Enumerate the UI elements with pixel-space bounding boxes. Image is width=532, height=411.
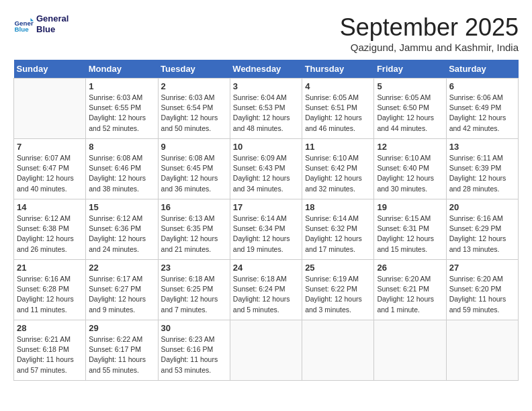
day-info: Sunrise: 6:05 AM Sunset: 6:51 PM Dayligh… [305, 93, 371, 134]
calendar-cell: 29Sunrise: 6:22 AM Sunset: 6:17 PM Dayli… [86, 320, 158, 381]
calendar-cell: 19Sunrise: 6:15 AM Sunset: 6:31 PM Dayli… [374, 199, 446, 260]
day-number: 28 [17, 323, 83, 333]
calendar-cell: 30Sunrise: 6:23 AM Sunset: 6:16 PM Dayli… [158, 320, 230, 381]
calendar-cell: 7Sunrise: 6:07 AM Sunset: 6:47 PM Daylig… [14, 139, 86, 199]
day-info: Sunrise: 6:22 AM Sunset: 6:17 PM Dayligh… [89, 334, 154, 375]
calendar-week-row: 7Sunrise: 6:07 AM Sunset: 6:47 PM Daylig… [14, 139, 519, 199]
day-info: Sunrise: 6:05 AM Sunset: 6:50 PM Dayligh… [377, 93, 443, 134]
day-info: Sunrise: 6:16 AM Sunset: 6:29 PM Dayligh… [449, 214, 515, 255]
svg-text:Blue: Blue [15, 25, 30, 32]
calendar-week-row: 21Sunrise: 6:16 AM Sunset: 6:28 PM Dayli… [14, 260, 519, 320]
calendar-cell: 26Sunrise: 6:20 AM Sunset: 6:21 PM Dayli… [374, 260, 446, 320]
day-info: Sunrise: 6:11 AM Sunset: 6:39 PM Dayligh… [449, 153, 515, 194]
calendar-cell: 13Sunrise: 6:11 AM Sunset: 6:39 PM Dayli… [446, 139, 518, 199]
day-info: Sunrise: 6:17 AM Sunset: 6:27 PM Dayligh… [89, 274, 154, 315]
day-number: 6 [449, 81, 515, 91]
day-info: Sunrise: 6:10 AM Sunset: 6:42 PM Dayligh… [305, 153, 371, 194]
title-area: September 2025 Qazigund, Jammu and Kashm… [340, 13, 519, 53]
calendar-cell: 14Sunrise: 6:12 AM Sunset: 6:38 PM Dayli… [14, 199, 86, 260]
day-number: 26 [377, 263, 443, 273]
day-info: Sunrise: 6:08 AM Sunset: 6:45 PM Dayligh… [161, 153, 227, 194]
day-info: Sunrise: 6:12 AM Sunset: 6:38 PM Dayligh… [17, 214, 83, 255]
day-info: Sunrise: 6:09 AM Sunset: 6:43 PM Dayligh… [233, 153, 299, 194]
day-number: 24 [233, 263, 299, 273]
day-number: 29 [89, 323, 154, 333]
calendar-week-row: 14Sunrise: 6:12 AM Sunset: 6:38 PM Dayli… [14, 199, 519, 260]
logo: General Blue General Blue [13, 13, 69, 34]
logo-icon: General Blue [13, 14, 34, 34]
calendar-cell: 18Sunrise: 6:14 AM Sunset: 6:32 PM Dayli… [302, 199, 374, 260]
day-info: Sunrise: 6:19 AM Sunset: 6:22 PM Dayligh… [305, 274, 371, 315]
calendar-cell: 4Sunrise: 6:05 AM Sunset: 6:51 PM Daylig… [302, 79, 374, 139]
calendar-body: 1Sunrise: 6:03 AM Sunset: 6:55 PM Daylig… [14, 79, 519, 381]
calendar-cell: 16Sunrise: 6:13 AM Sunset: 6:35 PM Dayli… [158, 199, 230, 260]
calendar-table: SundayMondayTuesdayWednesdayThursdayFrid… [13, 60, 519, 381]
weekday-header: Friday [374, 60, 446, 79]
day-info: Sunrise: 6:23 AM Sunset: 6:16 PM Dayligh… [161, 334, 227, 375]
calendar-cell: 12Sunrise: 6:10 AM Sunset: 6:40 PM Dayli… [374, 139, 446, 199]
calendar-cell: 23Sunrise: 6:18 AM Sunset: 6:25 PM Dayli… [158, 260, 230, 320]
day-info: Sunrise: 6:15 AM Sunset: 6:31 PM Dayligh… [377, 214, 443, 255]
calendar-week-row: 28Sunrise: 6:21 AM Sunset: 6:18 PM Dayli… [14, 320, 519, 381]
day-info: Sunrise: 6:16 AM Sunset: 6:28 PM Dayligh… [17, 274, 83, 315]
day-number: 4 [305, 81, 371, 91]
day-info: Sunrise: 6:18 AM Sunset: 6:24 PM Dayligh… [233, 274, 299, 315]
day-number: 10 [233, 142, 299, 152]
day-info: Sunrise: 6:14 AM Sunset: 6:34 PM Dayligh… [233, 214, 299, 255]
day-info: Sunrise: 6:20 AM Sunset: 6:21 PM Dayligh… [377, 274, 443, 315]
day-number: 2 [161, 81, 227, 91]
weekday-header: Wednesday [230, 60, 302, 79]
day-info: Sunrise: 6:04 AM Sunset: 6:53 PM Dayligh… [233, 93, 299, 134]
day-info: Sunrise: 6:21 AM Sunset: 6:18 PM Dayligh… [17, 334, 83, 375]
day-info: Sunrise: 6:18 AM Sunset: 6:25 PM Dayligh… [161, 274, 227, 315]
calendar-cell: 1Sunrise: 6:03 AM Sunset: 6:55 PM Daylig… [86, 79, 158, 139]
calendar-cell: 5Sunrise: 6:05 AM Sunset: 6:50 PM Daylig… [374, 79, 446, 139]
day-number: 8 [89, 142, 154, 152]
day-info: Sunrise: 6:03 AM Sunset: 6:54 PM Dayligh… [161, 93, 227, 134]
day-number: 17 [233, 202, 299, 212]
day-number: 30 [161, 323, 227, 333]
calendar-cell: 9Sunrise: 6:08 AM Sunset: 6:45 PM Daylig… [158, 139, 230, 199]
calendar-cell: 24Sunrise: 6:18 AM Sunset: 6:24 PM Dayli… [230, 260, 302, 320]
location-subtitle: Qazigund, Jammu and Kashmir, India [340, 42, 519, 53]
calendar-cell: 11Sunrise: 6:10 AM Sunset: 6:42 PM Dayli… [302, 139, 374, 199]
day-number: 16 [161, 202, 227, 212]
calendar-header: SundayMondayTuesdayWednesdayThursdayFrid… [14, 60, 519, 79]
calendar-cell: 8Sunrise: 6:08 AM Sunset: 6:46 PM Daylig… [86, 139, 158, 199]
day-info: Sunrise: 6:14 AM Sunset: 6:32 PM Dayligh… [305, 214, 371, 255]
calendar-cell: 10Sunrise: 6:09 AM Sunset: 6:43 PM Dayli… [230, 139, 302, 199]
weekday-header: Saturday [446, 60, 518, 79]
day-number: 21 [17, 263, 83, 273]
day-number: 18 [305, 202, 371, 212]
day-number: 3 [233, 81, 299, 91]
calendar-cell [374, 320, 446, 381]
calendar-week-row: 1Sunrise: 6:03 AM Sunset: 6:55 PM Daylig… [14, 79, 519, 139]
calendar-cell [14, 79, 86, 139]
calendar-cell: 17Sunrise: 6:14 AM Sunset: 6:34 PM Dayli… [230, 199, 302, 260]
calendar-cell: 22Sunrise: 6:17 AM Sunset: 6:27 PM Dayli… [86, 260, 158, 320]
calendar-cell: 20Sunrise: 6:16 AM Sunset: 6:29 PM Dayli… [446, 199, 518, 260]
day-info: Sunrise: 6:07 AM Sunset: 6:47 PM Dayligh… [17, 153, 83, 194]
weekday-header: Thursday [302, 60, 374, 79]
day-number: 20 [449, 202, 515, 212]
calendar-cell [446, 320, 518, 381]
calendar-cell: 28Sunrise: 6:21 AM Sunset: 6:18 PM Dayli… [14, 320, 86, 381]
calendar-cell: 6Sunrise: 6:06 AM Sunset: 6:49 PM Daylig… [446, 79, 518, 139]
calendar-cell: 3Sunrise: 6:04 AM Sunset: 6:53 PM Daylig… [230, 79, 302, 139]
day-number: 7 [17, 142, 83, 152]
calendar-cell: 21Sunrise: 6:16 AM Sunset: 6:28 PM Dayli… [14, 260, 86, 320]
logo-line2: Blue [36, 24, 69, 35]
day-number: 27 [449, 263, 515, 273]
calendar-cell [230, 320, 302, 381]
logo-text: General Blue [36, 13, 69, 34]
day-number: 9 [161, 142, 227, 152]
day-number: 14 [17, 202, 83, 212]
day-info: Sunrise: 6:12 AM Sunset: 6:36 PM Dayligh… [89, 214, 154, 255]
day-number: 25 [305, 263, 371, 273]
day-number: 1 [89, 81, 154, 91]
calendar-cell: 15Sunrise: 6:12 AM Sunset: 6:36 PM Dayli… [86, 199, 158, 260]
calendar-cell: 2Sunrise: 6:03 AM Sunset: 6:54 PM Daylig… [158, 79, 230, 139]
calendar-cell [302, 320, 374, 381]
month-title: September 2025 [340, 13, 519, 42]
day-info: Sunrise: 6:10 AM Sunset: 6:40 PM Dayligh… [377, 153, 443, 194]
